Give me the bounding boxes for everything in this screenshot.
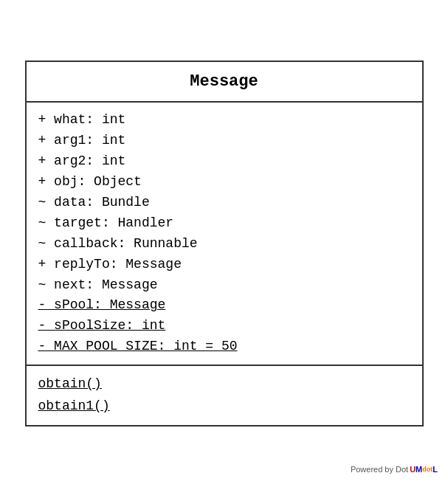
class-methods: obtain() obtain1(): [27, 366, 422, 424]
attribute-replyto: + replyTo: Message: [38, 255, 410, 275]
attribute-next: ~ next: Message: [38, 275, 410, 296]
powered-by-footer: Powered by DotUMdotL: [351, 465, 438, 474]
attribute-obj: + obj: Object: [38, 172, 410, 193]
method-obtain: obtain(): [38, 373, 410, 396]
attribute-target: ~ target: Handler: [38, 213, 410, 234]
attribute-spoolsize: - sPoolSize: int: [38, 316, 410, 336]
method-obtain1: obtain1(): [38, 396, 410, 418]
class-header: Message: [27, 62, 422, 103]
powered-by-text: Powered by Dot: [351, 465, 408, 474]
attribute-max-pool-size: - MAX_POOL_SIZE: int = 50: [38, 336, 410, 357]
attribute-data: ~ data: Bundle: [38, 193, 410, 213]
page-container: Message + what: int + arg1: int + arg2: …: [0, 0, 448, 487]
attribute-arg2: + arg2: int: [38, 151, 410, 172]
uml-class-diagram: Message + what: int + arg1: int + arg2: …: [25, 61, 424, 426]
attribute-arg1: + arg1: int: [38, 131, 410, 151]
attribute-what: + what: int: [38, 110, 410, 131]
class-title: Message: [190, 72, 258, 91]
attribute-callback: ~ callback: Runnable: [38, 234, 410, 255]
attribute-spool: - sPool: Message: [38, 295, 410, 316]
dotuml-logo: UMdotL: [410, 465, 438, 474]
class-attributes: + what: int + arg1: int + arg2: int + ob…: [27, 103, 422, 366]
